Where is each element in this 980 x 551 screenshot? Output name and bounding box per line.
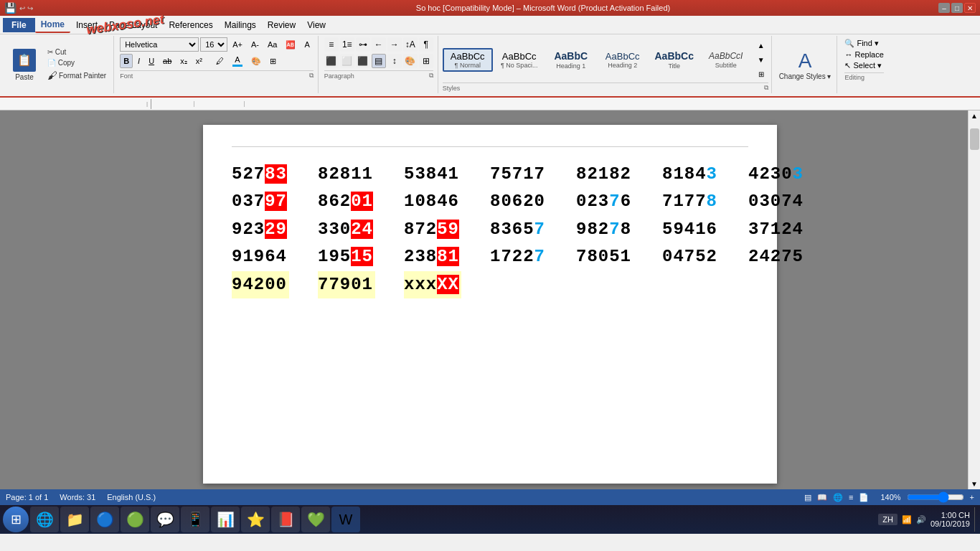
change-styles-button[interactable]: A Change Styles ▾ (779, 50, 831, 80)
clear-format-button[interactable]: 🆎 (282, 37, 299, 52)
style-normal-button[interactable]: AaBbCc ¶ Normal (443, 48, 493, 72)
ribbon: 📋 Paste ✂ Cut 📄 Copy 🖌 Format Painter He… (0, 34, 980, 98)
taskbar-app5[interactable]: 💚 (301, 507, 330, 532)
paragraph-dialog-button[interactable]: ⧉ (429, 72, 433, 80)
font-shrink-button[interactable]: A- (248, 37, 263, 52)
review-menu[interactable]: Review (262, 18, 301, 32)
view-menu[interactable]: View (301, 18, 331, 32)
superscript-button[interactable]: x² (192, 54, 206, 68)
taskbar-zalo[interactable]: 📱 (181, 507, 209, 532)
cell-r4c2: 19515 (318, 243, 375, 270)
style-no-spacing-button[interactable]: AaBbCc ¶ No Spaci... (494, 49, 545, 72)
clock: 1:00 CH (941, 511, 970, 519)
replace-button[interactable]: ↔ Replace (844, 50, 883, 59)
font-size-select[interactable]: 16,5 (200, 37, 227, 52)
vertical-scrollbar[interactable]: ▲ ▼ (968, 110, 980, 489)
cell-r1c4: 75717 (490, 161, 547, 188)
view-web-btn[interactable]: 🌐 (833, 493, 843, 502)
references-menu[interactable]: References (163, 18, 218, 32)
taskbar-skype[interactable]: 💬 (151, 507, 179, 532)
font-dialog-button[interactable]: ⧉ (309, 72, 314, 80)
align-left-button[interactable]: ⬛ (324, 54, 339, 68)
cell-r5c2: 77901 (318, 271, 375, 298)
sort-button[interactable]: ↕A (403, 37, 418, 52)
underline-button[interactable]: U (145, 54, 158, 68)
ime-indicator[interactable]: ZH (878, 514, 897, 525)
paste-button[interactable]: 📋 Paste (7, 46, 42, 84)
cell-r2c6: 71778 (662, 188, 720, 215)
view-draft-btn[interactable]: 📄 (859, 493, 869, 502)
taskbar-pdf[interactable]: 📕 (271, 507, 300, 532)
align-center-button[interactable]: ⬜ (340, 54, 354, 68)
styles-expand[interactable]: ⊞ (754, 68, 768, 81)
logo-watermark: webxoso.net (85, 12, 165, 38)
cell-r4c4: 17227 (490, 243, 547, 270)
style-subtitle-button[interactable]: AaBbCcI Subtitle (701, 49, 751, 70)
table-row: 92329 33024 87259 83657 98278 59416 3712… (232, 216, 748, 243)
start-button[interactable]: ⊞ (3, 507, 29, 532)
taskbar-word[interactable]: W (331, 507, 360, 532)
shading-button[interactable]: 🎨 (248, 54, 265, 68)
italic-button[interactable]: I (134, 54, 143, 68)
paragraph-label: Paragraph (324, 72, 354, 80)
taskbar-ie[interactable]: 🔵 (90, 507, 119, 532)
numbering-button[interactable]: 1≡ (340, 37, 354, 52)
view-normal-btn[interactable]: ▤ (804, 493, 811, 502)
cell-r1c5: 82182 (576, 161, 633, 188)
justify-button[interactable]: ▤ (372, 54, 386, 68)
line-spacing-button[interactable]: ↕ (387, 54, 402, 68)
border-button[interactable]: ⊞ (266, 54, 280, 68)
font-color-button[interactable]: A (229, 54, 246, 68)
cell-r3c1: 92329 (232, 216, 289, 243)
styles-dialog-button[interactable]: ⧉ (764, 84, 768, 92)
taskbar-excel[interactable]: 📊 (211, 507, 240, 532)
align-right-button[interactable]: ⬛ (356, 54, 370, 68)
style-title-button[interactable]: AaBbCc Title (649, 48, 699, 72)
shading-para-button[interactable]: 🎨 (403, 54, 418, 68)
font-name-select[interactable]: Helvetica (120, 37, 199, 52)
taskbar-app3[interactable]: 🟢 (121, 507, 149, 532)
bullets-button[interactable]: ≡ (324, 37, 339, 52)
styles-scroll-up[interactable]: ▲ (754, 39, 768, 52)
cell-r3c5: 98278 (576, 216, 633, 243)
style-heading2-button[interactable]: AaBbCc Heading 2 (598, 49, 648, 72)
bold-button[interactable]: B (120, 54, 133, 68)
maximize-button[interactable]: □ (951, 3, 963, 13)
show-hide-button[interactable]: ¶ (419, 37, 433, 52)
show-desktop-btn[interactable] (974, 507, 977, 532)
file-menu[interactable]: File (3, 18, 35, 32)
close-button[interactable]: ✕ (964, 3, 976, 13)
taskbar-app4[interactable]: ⭐ (241, 507, 270, 532)
copy-button[interactable]: 📄 Copy (44, 58, 109, 67)
taskbar-chrome[interactable]: 🌐 (30, 507, 59, 532)
view-outline-btn[interactable]: ≡ (849, 493, 853, 501)
horizontal-ruler: | (0, 98, 980, 110)
text-highlight-button[interactable]: 🖊 (212, 54, 227, 68)
cell-r2c7: 03074 (748, 188, 806, 215)
find-button[interactable]: 🔍 Find ▾ (844, 39, 883, 48)
home-menu[interactable]: Home (35, 17, 70, 33)
cut-button[interactable]: ✂ Cut (44, 47, 109, 57)
font-grow-button[interactable]: A+ (229, 37, 246, 52)
taskbar-explorer[interactable]: 📁 (60, 507, 89, 532)
strikethrough-button[interactable]: ab (159, 54, 175, 68)
taskbar: ⊞ 🌐 📁 🔵 🟢 💬 📱 📊 ⭐ 📕 💚 W ZH 📶 🔊 1:00 CH 0… (0, 505, 980, 534)
change-case-button[interactable]: Aa (264, 37, 281, 52)
multilevel-list-button[interactable]: ⊶ (356, 37, 370, 52)
format-painter-button[interactable]: 🖌 Format Painter (44, 69, 109, 82)
mailings-menu[interactable]: Mailings (219, 18, 262, 32)
cell-r4c5: 78051 (576, 243, 633, 270)
zoom-in-btn[interactable]: + (970, 493, 974, 501)
styles-scroll-down[interactable]: ▼ (754, 54, 768, 67)
style-heading1-button[interactable]: AaBbC Heading 1 (546, 48, 596, 72)
minimize-button[interactable]: – (938, 3, 950, 13)
zoom-slider[interactable] (907, 493, 964, 501)
increase-indent-button[interactable]: → (387, 37, 402, 52)
view-reading-btn[interactable]: 📖 (817, 493, 827, 502)
text-effects-button[interactable]: A (301, 37, 313, 52)
subscript-button[interactable]: x₂ (176, 54, 191, 68)
select-button[interactable]: ↖ Select ▾ (844, 61, 883, 70)
scroll-thumb[interactable] (970, 128, 979, 150)
border-para-button[interactable]: ⊞ (419, 54, 433, 68)
decrease-indent-button[interactable]: ← (372, 37, 386, 52)
